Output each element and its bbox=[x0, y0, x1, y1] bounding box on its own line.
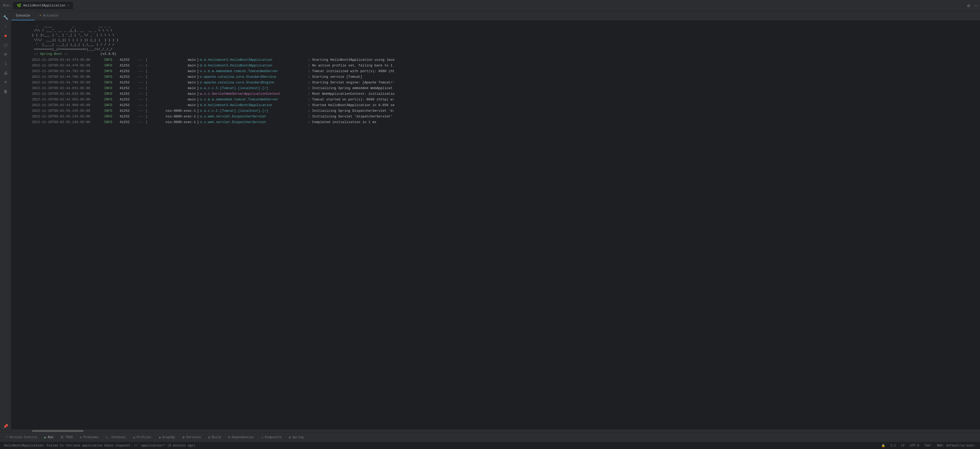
log-message: : Tomcat initialized with port(s): 8080 … bbox=[308, 69, 959, 74]
log-timestamp: 2022-11-28T09:02:56.136-05:00 bbox=[32, 120, 104, 125]
sidebar-icon-bars[interactable]: ≡ bbox=[2, 78, 10, 87]
status-position[interactable]: 1:1 bbox=[890, 444, 896, 447]
log-line: 2022-11-28T09:02:44.473-05:00 INFO 41252… bbox=[11, 57, 980, 63]
endpoints-icon: ↗ bbox=[261, 435, 263, 439]
run-bar: Run: 🌿 HelloBoot3Application × ⚙ — bbox=[0, 0, 980, 11]
log-level: INFO bbox=[104, 103, 119, 108]
sidebar-icon-stop[interactable]: ■ bbox=[2, 32, 10, 40]
log-timestamp: 2022-11-28T09:02:44.831-05:00 bbox=[32, 86, 104, 91]
sidebar-icon-print[interactable]: 🖨 bbox=[2, 69, 10, 77]
services-icon: ⊞ bbox=[183, 435, 185, 439]
log-timestamp: 2022-11-28T09:02:44.792-05:00 bbox=[32, 69, 104, 74]
sidebar-icon-import[interactable]: ⤵ bbox=[2, 60, 10, 68]
log-line: 2022-11-28T09:02:44.792-05:00 INFO 41252… bbox=[11, 69, 980, 75]
toolbar-build[interactable]: ⚙ Build bbox=[205, 433, 225, 442]
log-bracket: ] bbox=[197, 75, 200, 79]
toolbar-todo[interactable]: ☰ TODO bbox=[57, 433, 76, 442]
build-label: Build bbox=[212, 436, 221, 439]
run-tab[interactable]: 🌿 HelloBoot3Application × bbox=[13, 2, 73, 9]
log-sep: --- [ bbox=[138, 97, 150, 102]
toolbar-terminal[interactable]: >_ Terminal bbox=[102, 433, 130, 442]
tab-console[interactable]: Console bbox=[11, 11, 35, 20]
log-pid: 41252 bbox=[119, 103, 138, 108]
log-line: 2022-11-28T09:02:56.135-05:00 INFO 41252… bbox=[11, 108, 980, 114]
log-message: : Root WebApplicationContext: initializa… bbox=[308, 91, 959, 97]
status-right: 🔒 1:1 LF UTF-8 Tab* AWS: default/us-east… bbox=[881, 444, 976, 447]
log-timestamp: 2022-11-28T09:02:44.476-05:00 bbox=[32, 63, 104, 68]
log-level: INFO bbox=[104, 114, 119, 119]
sidebar-icon-arrow-up[interactable]: ↑ bbox=[2, 23, 10, 31]
toolbar-run[interactable]: ▶ Run bbox=[41, 433, 57, 442]
log-message: : Initializing Spring embedded WebApplic… bbox=[308, 86, 959, 91]
log-class: o.a.c.c.C.[Tomcat].[localhost].[/] bbox=[200, 86, 308, 91]
status-message: HelloBoot3Application: Failed to retriev… bbox=[4, 444, 881, 447]
close-tab-button[interactable]: × bbox=[67, 4, 69, 7]
log-thread: main bbox=[150, 80, 197, 85]
log-thread: main bbox=[150, 91, 197, 97]
toolbar-dependencies[interactable]: ⊕ Dependencies bbox=[225, 433, 258, 442]
log-sep: --- [ bbox=[138, 86, 150, 91]
log-bracket: ] bbox=[197, 114, 200, 119]
minimize-icon[interactable]: — bbox=[974, 3, 977, 8]
console-output[interactable]: . ____ _ __ _ _ /\\ / ___'_ __ _ _(_)_ _… bbox=[11, 21, 980, 430]
profiler-icon: ◎ bbox=[133, 435, 135, 439]
log-sep: --- [ bbox=[138, 120, 150, 125]
log-line: 2022-11-28T09:02:56.135-05:00 INFO 41252… bbox=[11, 114, 980, 120]
toolbar-endpoints[interactable]: ↗ Endpoints bbox=[258, 433, 285, 442]
log-container: 2022-11-28T09:02:44.473-05:00 INFO 41252… bbox=[11, 57, 980, 125]
sidebar-icon-camera[interactable]: ⬡ bbox=[2, 41, 10, 49]
log-timestamp: 2022-11-28T09:02:56.135-05:00 bbox=[32, 114, 104, 119]
log-message: : Tomcat started on port(s): 8080 (http)… bbox=[308, 97, 959, 102]
status-line-ending[interactable]: LF bbox=[901, 444, 905, 447]
log-bracket: ] bbox=[197, 97, 200, 102]
log-level: INFO bbox=[104, 108, 119, 114]
log-pid: 41252 bbox=[119, 69, 138, 74]
toolbar-graphql[interactable]: ◈ GraphQL bbox=[155, 433, 179, 442]
settings-icon[interactable]: ⚙ bbox=[967, 3, 970, 8]
log-pid: 41252 bbox=[119, 57, 138, 63]
log-class: o.s.b.w.embedded.tomcat.TomcatWebServer bbox=[200, 69, 308, 74]
log-sep: --- [ bbox=[138, 103, 150, 108]
scrollbar-thumb[interactable] bbox=[32, 430, 83, 432]
run-icon: ▶ bbox=[44, 435, 46, 439]
toolbar-problems[interactable]: ⊙ Problems bbox=[76, 433, 102, 442]
log-message: : No active profile set, falling back to… bbox=[308, 63, 959, 68]
sidebar-icon-wrench[interactable]: 🔧 bbox=[2, 13, 10, 22]
log-pid: 41252 bbox=[119, 114, 138, 119]
bottom-toolbar: ⑂ Version Control ▶ Run ☰ TODO ⊙ Problem… bbox=[0, 433, 980, 442]
log-line: 2022-11-28T09:02:44.796-05:00 INFO 41252… bbox=[11, 80, 980, 86]
toolbar-profiler[interactable]: ◎ Profiler bbox=[130, 433, 155, 442]
log-line: 2022-11-28T09:02:44.476-05:00 INFO 41252… bbox=[11, 63, 980, 69]
spring-label: Spring bbox=[293, 436, 304, 439]
horizontal-scrollbar[interactable] bbox=[11, 430, 980, 433]
terminal-label: Terminal bbox=[111, 436, 126, 439]
sidebar-icon-pin[interactable]: 📌 bbox=[2, 422, 10, 430]
log-line: 2022-11-28T09:02:56.136-05:00 INFO 41252… bbox=[11, 120, 980, 125]
log-level: INFO bbox=[104, 120, 119, 125]
log-pid: 41252 bbox=[119, 97, 138, 102]
log-message: : Initializing Spring DispatcherServlet … bbox=[308, 108, 959, 114]
log-timestamp: 2022-11-28T09:02:44.955-05:00 bbox=[32, 97, 104, 102]
sidebar-icon-restart[interactable]: ⟳ bbox=[2, 51, 10, 59]
status-indent[interactable]: Tab* bbox=[924, 444, 932, 447]
status-encoding-label[interactable]: UTF-8 bbox=[910, 444, 919, 447]
sidebar-icon-trash[interactable]: 🗑 bbox=[2, 87, 10, 96]
dependencies-icon: ⊕ bbox=[228, 435, 230, 439]
log-class: o.apache.catalina.core.StandardService bbox=[200, 75, 308, 79]
toolbar-spring[interactable]: ✿ Spring bbox=[285, 433, 307, 442]
toolbar-services[interactable]: ⊞ Services bbox=[179, 433, 205, 442]
log-sep: --- [ bbox=[138, 80, 150, 85]
tab-actuator[interactable]: ⚡ Actuator bbox=[35, 11, 64, 20]
status-bar: HelloBoot3Application: Failed to retriev… bbox=[0, 442, 980, 449]
log-level: INFO bbox=[104, 97, 119, 102]
run-tab-name: HelloBoot3Application bbox=[23, 3, 65, 8]
toolbar-version-control[interactable]: ⑂ Version Control bbox=[2, 433, 41, 442]
problems-icon: ⊙ bbox=[80, 435, 82, 439]
app-icon: 🌿 bbox=[17, 3, 21, 8]
run-label: Run: bbox=[3, 3, 11, 8]
ascii-art-block: . ____ _ __ _ _ /\\ / ___'_ __ _ _(_)_ _… bbox=[11, 23, 980, 57]
log-message: : Completed initialization in 1 ms bbox=[308, 120, 959, 125]
version-control-label: Version Control bbox=[9, 436, 37, 439]
log-bracket: ] bbox=[197, 63, 200, 68]
build-icon: ⚙ bbox=[208, 435, 210, 439]
